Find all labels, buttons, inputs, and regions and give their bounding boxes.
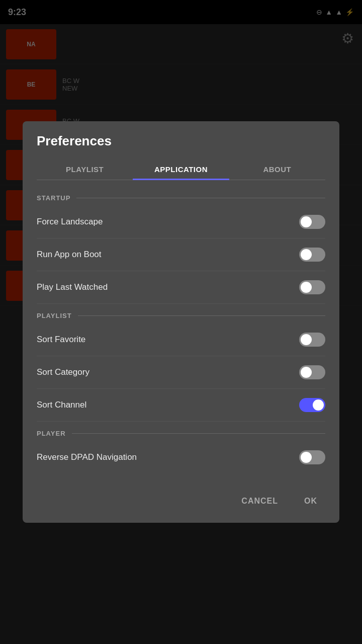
- tab-application[interactable]: APPLICATION: [133, 159, 229, 180]
- run-app-on-boot-toggle[interactable]: [299, 248, 325, 262]
- sort-favorite-toggle[interactable]: [299, 333, 325, 347]
- run-app-on-boot-label: Run App on Boot: [37, 250, 102, 260]
- dialog-header: Preferences PLAYLIST APPLICATION ABOUT: [23, 121, 339, 180]
- sort-channel-toggle[interactable]: [299, 398, 325, 412]
- player-line: [72, 433, 325, 434]
- dialog-title: Preferences: [37, 133, 325, 149]
- playlist-line: [78, 315, 325, 316]
- playlist-section-header: PLAYLIST: [37, 312, 325, 319]
- preferences-dialog: Preferences PLAYLIST APPLICATION ABOUT S…: [23, 121, 339, 523]
- sort-channel-label: Sort Channel: [37, 400, 86, 410]
- reverse-dpad-toggle[interactable]: [299, 450, 325, 464]
- play-last-watched-label: Play Last Watched: [37, 282, 108, 292]
- player-label: PLAYER: [37, 430, 66, 437]
- tab-about[interactable]: ABOUT: [229, 159, 325, 180]
- dialog-footer: CANCEL OK: [23, 484, 339, 523]
- sort-channel-row: Sort Channel: [37, 389, 325, 422]
- playlist-label: PLAYLIST: [37, 312, 72, 319]
- run-app-on-boot-row: Run App on Boot: [37, 238, 325, 271]
- startup-line: [76, 198, 325, 198]
- cancel-button[interactable]: CANCEL: [233, 492, 286, 511]
- sort-favorite-label: Sort Favorite: [37, 335, 85, 345]
- sort-category-toggle[interactable]: [299, 365, 325, 379]
- ok-button[interactable]: OK: [296, 492, 325, 511]
- dialog-body: STARTUP Force Landscape Run App on Boot …: [23, 180, 339, 484]
- startup-section-header: STARTUP: [37, 194, 325, 202]
- play-last-watched-toggle[interactable]: [299, 280, 325, 294]
- sort-category-label: Sort Category: [37, 367, 89, 377]
- force-landscape-label: Force Landscape: [37, 217, 103, 227]
- tab-bar: PLAYLIST APPLICATION ABOUT: [37, 159, 325, 180]
- sort-favorite-row: Sort Favorite: [37, 324, 325, 356]
- sort-category-row: Sort Category: [37, 356, 325, 389]
- reverse-dpad-label: Reverse DPAD Navigation: [37, 452, 137, 462]
- startup-label: STARTUP: [37, 194, 70, 202]
- play-last-watched-row: Play Last Watched: [37, 271, 325, 304]
- dialog-overlay: Preferences PLAYLIST APPLICATION ABOUT S…: [0, 0, 362, 644]
- force-landscape-toggle[interactable]: [299, 215, 325, 229]
- reverse-dpad-row: Reverse DPAD Navigation: [37, 441, 325, 473]
- player-section-header: PLAYER: [37, 430, 325, 437]
- force-landscape-row: Force Landscape: [37, 206, 325, 238]
- tab-playlist[interactable]: PLAYLIST: [37, 159, 133, 180]
